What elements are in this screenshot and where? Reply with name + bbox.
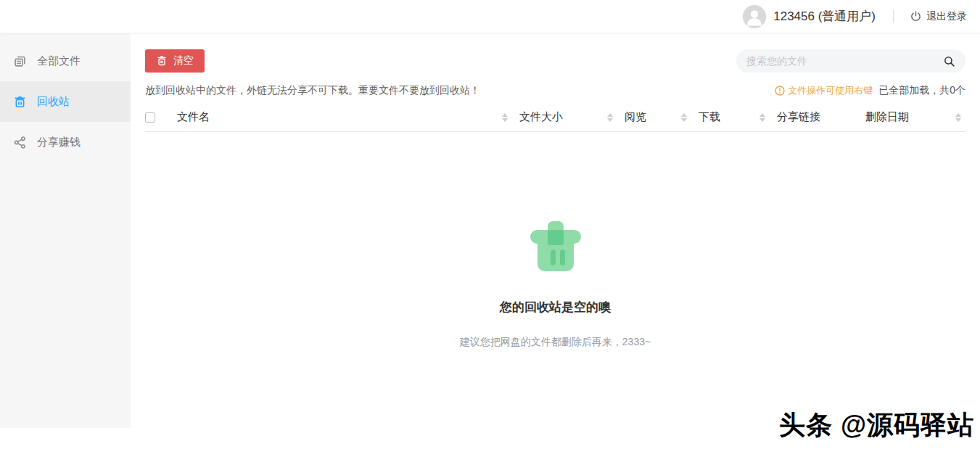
clear-button-label: 清空 bbox=[173, 54, 194, 67]
column-label: 下载 bbox=[699, 110, 720, 124]
column-share-link[interactable]: 分享链接 bbox=[777, 110, 858, 124]
toolbar: 清空 bbox=[145, 49, 965, 73]
empty-subtitle: 建议您把网盘的文件都删除后再来，2333~ bbox=[460, 336, 651, 349]
sidebar: 全部文件 回收站 分享赚钱 bbox=[0, 33, 131, 428]
trash-icon bbox=[156, 55, 168, 67]
avatar[interactable] bbox=[743, 5, 766, 28]
watermark: 头条 @源码驿站 bbox=[779, 408, 974, 443]
select-all-cell bbox=[145, 112, 177, 123]
sidebar-item-label: 回收站 bbox=[37, 95, 70, 109]
main-content: 清空 放到回收站中的文件，外链无法分享不可下载。重要文件不要放到回收站！ bbox=[131, 33, 980, 428]
column-download[interactable]: 下载 bbox=[699, 110, 770, 124]
column-filesize[interactable]: 文件大小 bbox=[519, 110, 617, 124]
load-status: 已全部加载，共0个 bbox=[878, 84, 965, 97]
search-box bbox=[736, 49, 965, 73]
column-label: 阅览 bbox=[625, 110, 646, 124]
column-label: 删除日期 bbox=[865, 110, 909, 124]
column-label: 文件名 bbox=[177, 110, 210, 124]
sidebar-item-label: 分享赚钱 bbox=[37, 136, 81, 149]
info-icon bbox=[775, 86, 785, 96]
search-input[interactable] bbox=[746, 55, 943, 67]
tip-label: 文件操作可使用右键 bbox=[788, 84, 873, 97]
sort-icon[interactable] bbox=[955, 113, 961, 122]
sidebar-item-label: 全部文件 bbox=[37, 54, 81, 68]
empty-trash-icon bbox=[528, 218, 583, 273]
username: 123456 (普通用户) bbox=[773, 8, 876, 25]
trash-icon bbox=[13, 95, 27, 109]
sidebar-item-share-earn[interactable]: 分享赚钱 bbox=[0, 122, 131, 162]
user-avatar-icon bbox=[743, 5, 766, 28]
column-label: 文件大小 bbox=[519, 110, 563, 124]
sort-icon[interactable] bbox=[502, 113, 508, 122]
share-icon bbox=[13, 136, 27, 149]
empty-state: 您的回收站是空的噢 建议您把网盘的文件都删除后再来，2333~ bbox=[145, 218, 965, 349]
select-all-checkbox[interactable] bbox=[145, 112, 155, 123]
sort-icon[interactable] bbox=[681, 113, 687, 122]
table-header: 文件名 文件大小 阅览 下载 分享链接 删除日期 bbox=[145, 103, 965, 132]
power-icon bbox=[910, 10, 922, 22]
logout-label: 退出登录 bbox=[926, 10, 967, 23]
sort-icon[interactable] bbox=[759, 113, 765, 122]
user-block: 123456 (普通用户) 退出登录 bbox=[743, 5, 967, 28]
notice-bar: 放到回收站中的文件，外链无法分享不可下载。重要文件不要放到回收站！ 文件操作可使… bbox=[145, 84, 965, 97]
column-label: 分享链接 bbox=[777, 110, 820, 124]
empty-title: 您的回收站是空的噢 bbox=[500, 299, 611, 316]
column-view[interactable]: 阅览 bbox=[625, 110, 691, 124]
right-click-tip: 文件操作可使用右键 bbox=[775, 84, 873, 97]
sort-icon[interactable] bbox=[607, 113, 613, 122]
divider bbox=[893, 10, 894, 23]
column-delete-date[interactable]: 删除日期 bbox=[865, 110, 965, 124]
recycle-bin-page: 123456 (普通用户) 退出登录 全部文件 bbox=[0, 0, 980, 449]
sidebar-item-all-files[interactable]: 全部文件 bbox=[0, 41, 131, 81]
sidebar-item-recycle-bin[interactable]: 回收站 bbox=[0, 81, 131, 122]
recycle-notice-text: 放到回收站中的文件，外链无法分享不可下载。重要文件不要放到回收站！ bbox=[145, 84, 480, 97]
logout-button[interactable]: 退出登录 bbox=[910, 10, 967, 23]
notice-right: 文件操作可使用右键 已全部加载，共0个 bbox=[775, 84, 965, 97]
search-icon[interactable] bbox=[943, 55, 955, 67]
column-filename[interactable]: 文件名 bbox=[177, 110, 512, 124]
top-bar: 123456 (普通用户) 退出登录 bbox=[0, 0, 980, 33]
files-icon bbox=[13, 54, 27, 68]
clear-recycle-button[interactable]: 清空 bbox=[145, 49, 205, 73]
